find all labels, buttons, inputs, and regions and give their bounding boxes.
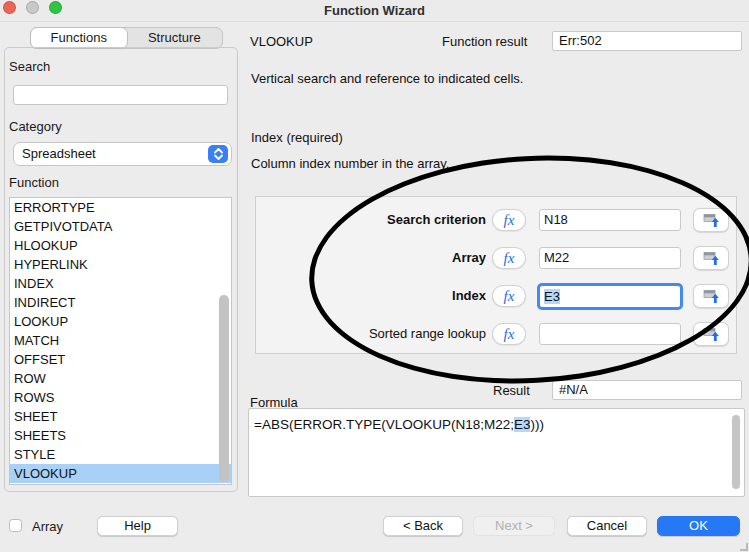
index-label: Index [255, 284, 486, 308]
formula-selected-text: E3 [514, 417, 531, 432]
function-list-item[interactable]: ERRORTYPE [10, 198, 231, 217]
function-list-item[interactable]: ROWS [10, 388, 231, 407]
result-label: Result [493, 383, 530, 398]
fx-wizard-icon[interactable]: fx [492, 285, 526, 307]
search-label: Search [9, 59, 50, 74]
array-checkbox[interactable] [9, 519, 22, 532]
function-list-item[interactable]: OFFSET [10, 350, 231, 369]
tab-functions[interactable]: Functions [30, 27, 128, 49]
category-select[interactable]: Spreadsheet [13, 142, 232, 166]
function-list-item[interactable]: SHEET [10, 407, 231, 426]
resize-handle[interactable] [740, 543, 748, 551]
function-list-item[interactable]: HYPERLINK [10, 255, 231, 274]
array-checkbox-label: Array [32, 519, 63, 534]
param-row-array: Array fx M22 [255, 246, 737, 272]
search-input[interactable] [13, 85, 228, 105]
parameter-hint-title: Index (required) [251, 130, 343, 145]
list-scrollbar-thumb[interactable] [219, 295, 229, 482]
formula-text: =ABS(ERROR.TYPE(VLOOKUP(N18;M22; [254, 417, 514, 432]
function-list-item-selected[interactable]: VLOOKUP [10, 464, 231, 483]
function-list[interactable]: ERRORTYPE GETPIVOTDATA HLOOKUP HYPERLINK… [9, 197, 232, 485]
cancel-button[interactable]: Cancel [567, 516, 647, 536]
category-selected-value: Spreadsheet [22, 146, 96, 161]
dropdown-stepper-icon[interactable] [208, 145, 228, 163]
function-list-item[interactable]: SHEETS [10, 426, 231, 445]
param-row-search-criterion: Search criterion fx N18 [255, 208, 737, 234]
fx-wizard-icon[interactable]: fx [492, 323, 526, 345]
selected-text: E3 [544, 289, 560, 304]
shrink-range-icon[interactable] [693, 322, 729, 346]
category-label: Category [9, 119, 62, 134]
function-list-item[interactable]: HLOOKUP [10, 236, 231, 255]
function-result-label: Function result [442, 34, 527, 49]
formula-textarea[interactable]: =ABS(ERROR.TYPE(VLOOKUP(N18;M22;E3))) [248, 408, 745, 497]
array-label: Array [255, 246, 486, 270]
function-list-item[interactable]: MATCH [10, 331, 231, 350]
ok-button[interactable]: OK [657, 516, 740, 536]
fx-wizard-icon[interactable]: fx [492, 209, 526, 231]
function-label: Function [9, 175, 59, 190]
function-list-item[interactable]: GETPIVOTDATA [10, 217, 231, 236]
index-input-focused[interactable]: E3 [537, 283, 683, 310]
shrink-range-icon[interactable] [693, 208, 729, 232]
sorted-range-lookup-input[interactable] [539, 323, 681, 345]
function-list-item[interactable]: INDEX [10, 274, 231, 293]
result-field: #N/A [552, 380, 742, 400]
search-criterion-input[interactable]: N18 [539, 209, 681, 231]
function-wizard-dialog: Function Wizard Functions Structure Sear… [0, 0, 749, 552]
function-result-field: Err:502 [552, 31, 742, 51]
sorted-range-lookup-label: Sorted range lookup [255, 322, 486, 346]
tab-structure[interactable]: Structure [127, 28, 223, 48]
tab-group: Functions Structure [30, 27, 223, 49]
function-list-item[interactable]: INDIRECT [10, 293, 231, 312]
selected-function-name: VLOOKUP [250, 34, 313, 49]
next-button: Next > [473, 516, 555, 536]
function-list-item[interactable]: LOOKUP [10, 312, 231, 331]
function-list-item[interactable]: ROW [10, 369, 231, 388]
shrink-range-icon[interactable] [693, 284, 729, 308]
formula-scrollbar-thumb[interactable] [732, 415, 740, 489]
param-row-index: Index fx E3 [255, 284, 737, 310]
param-row-sorted-range-lookup: Sorted range lookup fx [255, 322, 737, 348]
window-title: Function Wizard [0, 3, 749, 18]
back-button[interactable]: < Back [383, 516, 463, 536]
search-criterion-label: Search criterion [255, 208, 486, 232]
title-bar: Function Wizard [0, 0, 749, 22]
function-description: Vertical search and reference to indicat… [251, 71, 523, 86]
formula-text: ))) [530, 417, 544, 432]
help-button[interactable]: Help [97, 516, 178, 536]
shrink-range-icon[interactable] [693, 246, 729, 270]
function-list-item[interactable]: STYLE [10, 445, 231, 464]
fx-wizard-icon[interactable]: fx [492, 247, 526, 269]
parameter-hint-text: Column index number in the array. [251, 156, 449, 171]
array-input[interactable]: M22 [539, 247, 681, 269]
